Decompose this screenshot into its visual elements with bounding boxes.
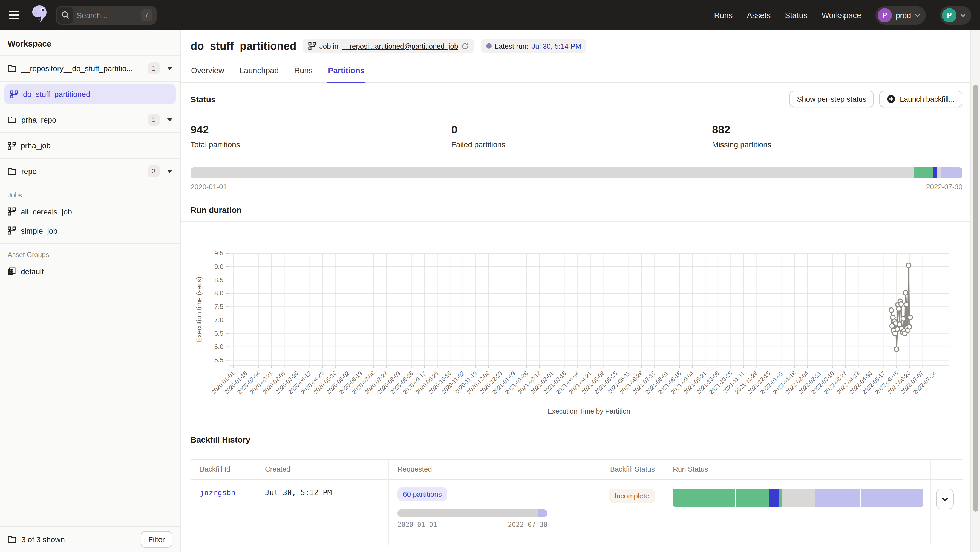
user-menu[interactable]: P (940, 6, 971, 24)
partition-status-bar[interactable] (191, 167, 963, 178)
tab-overview[interactable]: Overview (191, 63, 225, 82)
top-nav-links: Runs Assets Status Workspace P prod P (714, 6, 971, 24)
stat-label: Total partitions (191, 140, 441, 149)
requested-partitions-bar (398, 509, 547, 517)
deployment-switcher[interactable]: P prod (875, 6, 926, 24)
sidebar-repo-repository-do-stuff[interactable]: __repository__do_stuff_partitio... 1 (0, 56, 180, 81)
search-input[interactable] (76, 11, 138, 19)
deployment-name: prod (896, 11, 911, 19)
job-graph-icon (309, 42, 316, 50)
sidebar-job-simple-job[interactable]: simple_job (0, 221, 180, 240)
chevron-down-icon[interactable] (167, 67, 172, 70)
row-menu-button[interactable] (936, 489, 954, 509)
table-row-cell-requested: 60 partitions 2020-01-01 2022-07-30 (388, 480, 590, 546)
repo-label: repo (21, 167, 37, 176)
nav-assets[interactable]: Assets (747, 11, 771, 19)
chevron-down-icon (942, 497, 948, 501)
hamburger-menu-icon[interactable] (6, 7, 23, 23)
svg-text:9.5: 9.5 (214, 249, 223, 257)
main-content: do_stuff_partitioned Job in __reposi...a… (181, 30, 970, 552)
run-status-bar[interactable] (673, 489, 924, 507)
user-avatar: P (942, 8, 956, 22)
latest-run-pill: Latest run: Jul 30, 5:14 PM (480, 39, 587, 53)
page-title: do_stuff_partitioned (191, 40, 296, 52)
run-status-dot (486, 43, 492, 49)
launch-backfill-button[interactable]: Launch backfill... (880, 91, 963, 107)
status-section-title: Status (191, 94, 216, 104)
sidebar-job-prha-job[interactable]: prha_job (0, 133, 180, 158)
repo-label: prha_repo (21, 116, 56, 124)
nav-workspace[interactable]: Workspace (821, 11, 861, 19)
backfill-history-table: Backfill Id Created Requested Backfill S… (191, 459, 963, 546)
job-graph-icon (10, 90, 18, 98)
job-in-prefix: Job in (320, 42, 338, 50)
requested-range-start: 2020-01-01 (398, 521, 437, 528)
stat-failed-partitions: 0 Failed partitions (441, 116, 702, 163)
stat-value: 0 (452, 124, 702, 136)
repo-label: __repository__do_stuff_partitio... (21, 64, 133, 73)
requested-bar-labels: 2020-01-01 2022-07-30 (398, 521, 547, 528)
requested-range-end: 2022-07-30 (508, 521, 548, 528)
app-window: / Runs Assets Status Workspace P prod P … (0, 0, 980, 552)
search-box[interactable]: / (56, 6, 157, 24)
svg-text:Execution Time by Partition: Execution Time by Partition (547, 407, 630, 415)
sidebar-asset-group-default[interactable]: default (0, 262, 180, 281)
scrollbar-thumb[interactable] (973, 85, 978, 512)
latest-run-link[interactable]: Jul 30, 5:14 PM (531, 42, 581, 50)
sidebar-repo-repo[interactable]: repo 3 (0, 159, 180, 184)
folder-icon (8, 167, 16, 175)
deployment-avatar: P (878, 8, 892, 22)
col-backfill-status: Backfill Status (590, 460, 663, 480)
job-graph-icon (8, 227, 16, 235)
requested-partitions-pill[interactable]: 60 partitions (398, 487, 447, 501)
tab-runs[interactable]: Runs (293, 63, 313, 82)
chevron-down-icon[interactable] (167, 170, 172, 173)
job-label: do_stuff_partitioned (23, 90, 90, 98)
jobs-section-label: Jobs (0, 184, 180, 202)
col-requested: Requested (388, 460, 590, 480)
chevron-down-icon (915, 13, 920, 17)
backfill-history-title: Backfill History (191, 435, 250, 444)
backfill-id-link[interactable]: jozrgsbh (200, 488, 235, 497)
svg-text:9.0: 9.0 (214, 263, 223, 270)
repo-count-badge: 1 (148, 62, 160, 75)
top-navigation-bar: / Runs Assets Status Workspace P prod P (0, 0, 980, 30)
partition-stats: 942 Total partitions 0 Failed partitions… (181, 115, 970, 163)
svg-text:8.5: 8.5 (214, 276, 223, 284)
filter-button[interactable]: Filter (141, 531, 172, 547)
sidebar-job-do-stuff-partitioned[interactable]: do_stuff_partitioned (0, 81, 180, 107)
job-graph-icon (8, 207, 16, 216)
table-row-cell-id: jozrgsbh (191, 480, 256, 546)
plus-circle-icon (887, 95, 896, 103)
asset-groups-section-label: Asset Groups (0, 244, 180, 262)
reload-icon[interactable] (461, 43, 468, 49)
tab-partitions[interactable]: Partitions (328, 63, 365, 82)
job-location-pill: Job in __reposi...artitioned@partitioned… (303, 39, 474, 53)
latest-run-prefix: Latest run: (495, 42, 528, 50)
run-duration-title: Run duration (191, 205, 242, 214)
job-tabs: Overview Launchpad Runs Partitions (181, 63, 970, 82)
partition-range-start: 2020-01-01 (191, 183, 227, 191)
job-label: all_cereals_job (21, 207, 72, 216)
svg-text:7.5: 7.5 (214, 303, 223, 310)
sidebar-repo-prha-repo[interactable]: prha_repo 1 (0, 107, 180, 132)
search-icon (57, 7, 73, 23)
nav-status[interactable]: Status (785, 11, 807, 19)
vertical-scrollbar[interactable] (970, 30, 980, 552)
tab-launchpad[interactable]: Launchpad (239, 63, 280, 82)
sidebar-job-all-cereals-job[interactable]: all_cereals_job (0, 202, 180, 221)
svg-text:6.5: 6.5 (214, 330, 223, 337)
repo-count-badge: 1 (148, 114, 160, 126)
show-per-step-status-button[interactable]: Show per-step status (789, 91, 874, 107)
stat-label: Failed partitions (452, 140, 702, 149)
chevron-down-icon[interactable] (167, 118, 172, 121)
col-actions (930, 460, 963, 480)
table-row-cell-actions (930, 480, 963, 546)
job-graph-icon (8, 141, 16, 150)
svg-text:8.0: 8.0 (214, 289, 223, 297)
shown-count-text: 3 of 3 shown (21, 535, 65, 544)
sidebar-title: Workspace (0, 30, 180, 56)
folder-icon (8, 116, 16, 124)
job-location-link[interactable]: __reposi...artitioned@partitioned_job (342, 42, 458, 50)
nav-runs[interactable]: Runs (714, 11, 733, 19)
